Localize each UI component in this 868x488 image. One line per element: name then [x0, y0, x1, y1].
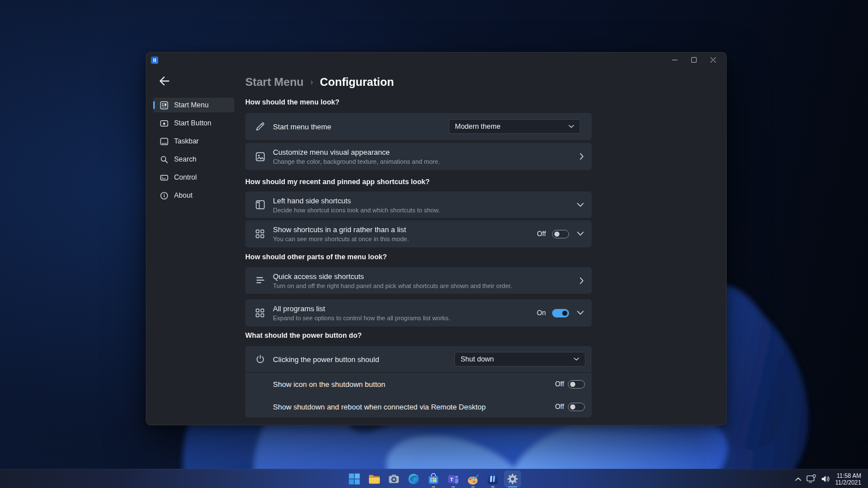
- control-icon: [159, 173, 168, 182]
- active-window-indicator: [508, 486, 517, 488]
- setting-row-power-button[interactable]: Clicking the power button should Shut do…: [245, 346, 592, 372]
- breadcrumb: Start Menu › Configuration: [245, 73, 394, 90]
- power-action-dropdown[interactable]: Shut down: [454, 352, 585, 367]
- setting-row-all-programs-list[interactable]: All programs list Expand to see options …: [245, 299, 592, 326]
- setting-subtitle: Decide how shortcut icons look and which…: [273, 207, 440, 213]
- running-indicator: [452, 486, 455, 488]
- sidebar-item-label: About: [174, 191, 193, 199]
- minimize-button[interactable]: [665, 53, 684, 67]
- section-header: What should the power button do?: [245, 332, 592, 339]
- teams-icon[interactable]: T: [446, 469, 460, 488]
- image-icon: [255, 151, 265, 162]
- all-programs-toggle[interactable]: [552, 309, 569, 317]
- sidebar-item-search[interactable]: Search: [153, 152, 235, 167]
- clock-date: 11/2/2021: [835, 479, 861, 486]
- taskbar-icon: [159, 137, 168, 146]
- start11-configuration-window: Start Menu › Configuration Start Menu St…: [146, 52, 727, 425]
- chevron-down-icon[interactable]: [577, 232, 584, 236]
- network-icon[interactable]: [806, 474, 816, 483]
- clock-time: 11:58 AM: [835, 472, 861, 480]
- section-header: How should the menu look?: [245, 98, 592, 106]
- setting-row-customize-appearance[interactable]: Customize menu visual appearance Change …: [245, 143, 592, 170]
- sidebar-item-control[interactable]: Control: [153, 170, 235, 185]
- camera-icon[interactable]: [387, 469, 401, 488]
- section-header: How should other parts of the menu look?: [245, 253, 592, 261]
- file-explorer-icon[interactable]: [367, 469, 381, 488]
- taskbar: T 11:58 AM 11/2/2021: [0, 469, 868, 488]
- chevron-down-icon: [574, 358, 579, 361]
- toggle-state-label: Off: [537, 230, 546, 238]
- settings-gear-icon[interactable]: [506, 469, 519, 488]
- start11-icon[interactable]: [486, 469, 500, 488]
- search-icon: [159, 155, 168, 164]
- power-action-dropdown-value: Shut down: [461, 355, 494, 363]
- lines-icon: [255, 276, 265, 286]
- setting-row-grid-shortcuts[interactable]: Show shortcuts in a grid rather than a l…: [245, 220, 592, 247]
- setting-subtitle: You can see more shortcuts at once in th…: [273, 236, 409, 242]
- toggle-state-label: Off: [555, 403, 564, 411]
- start11-app-icon: [151, 56, 158, 64]
- about-icon: [159, 191, 168, 200]
- sidebar-item-label: Control: [174, 173, 197, 181]
- volume-icon[interactable]: [821, 475, 830, 483]
- window-titlebar[interactable]: [146, 53, 726, 67]
- grid-shortcuts-toggle[interactable]: [552, 230, 569, 238]
- setting-title: Show shortcuts in a grid rather than a l…: [273, 225, 409, 234]
- power-icon: [255, 354, 265, 364]
- chevron-right-icon[interactable]: [580, 277, 584, 284]
- running-indicator: [471, 486, 475, 488]
- setting-title: Show icon on the shutdown button: [273, 380, 385, 389]
- breadcrumb-parent[interactable]: Start Menu: [245, 76, 303, 89]
- theme-dropdown[interactable]: Modern theme: [449, 119, 580, 134]
- chevron-down-icon: [568, 125, 574, 128]
- running-indicator: [491, 486, 494, 488]
- chevron-right-icon[interactable]: [580, 153, 584, 160]
- paint-icon[interactable]: [466, 469, 480, 488]
- setting-row-left-hand-shortcuts[interactable]: Left hand side shortcuts Decide how shor…: [245, 191, 592, 218]
- taskbar-clock[interactable]: 11:58 AM 11/2/2021: [835, 472, 861, 486]
- setting-row-quick-access-shortcuts[interactable]: Quick access side shortcuts Turn on and …: [245, 267, 592, 294]
- start-menu-icon: [159, 101, 168, 110]
- setting-row-start-menu-theme[interactable]: Start menu theme Modern theme: [245, 113, 592, 140]
- remote-desktop-toggle[interactable]: [568, 403, 585, 411]
- sidebar-item-label: Search: [174, 155, 197, 163]
- page-title: Configuration: [320, 76, 394, 89]
- selection-indicator: [153, 101, 155, 109]
- setting-title: Clicking the power button should: [273, 355, 379, 364]
- setting-subtitle: Change the color, background texture, an…: [273, 158, 440, 165]
- pencil-icon: [255, 121, 265, 132]
- sidebar-item-about[interactable]: About: [153, 188, 235, 203]
- start-button-icon: [159, 119, 168, 128]
- sidebar-item-taskbar[interactable]: Taskbar: [153, 134, 235, 149]
- grid-icon: [255, 308, 265, 318]
- running-indicator: [432, 486, 435, 488]
- layout-left-icon: [255, 200, 265, 210]
- setting-title: Customize menu visual appearance: [273, 148, 440, 156]
- back-arrow-icon[interactable]: [158, 75, 171, 88]
- store-icon[interactable]: [427, 469, 440, 488]
- grid-icon: [255, 229, 265, 239]
- setting-title: All programs list: [273, 304, 450, 313]
- maximize-button[interactable]: [684, 53, 704, 67]
- sidebar-item-start-menu[interactable]: Start Menu: [153, 98, 235, 112]
- sidebar-item-label: Start Button: [174, 119, 211, 127]
- setting-title: Show shutdown and reboot when connected …: [273, 403, 486, 411]
- toggle-state-label: On: [537, 309, 546, 317]
- chevron-down-icon[interactable]: [577, 311, 584, 315]
- close-button[interactable]: [704, 53, 723, 67]
- svg-text:T: T: [450, 477, 453, 482]
- windows-start-icon[interactable]: [348, 469, 361, 488]
- toggle-state-label: Off: [555, 380, 564, 388]
- chevron-down-icon[interactable]: [577, 203, 584, 207]
- shutdown-icon-toggle[interactable]: [568, 380, 585, 389]
- edge-icon[interactable]: [407, 469, 420, 488]
- chevron-up-icon[interactable]: [795, 477, 801, 481]
- setting-row-remote-desktop[interactable]: Show shutdown and reboot when connected …: [245, 395, 592, 418]
- power-button-subsettings-panel: Show icon on the shutdown button Off Sho…: [245, 372, 592, 417]
- setting-subtitle: Expand to see options to control how the…: [273, 315, 450, 321]
- sidebar-item-label: Start Menu: [174, 101, 209, 109]
- setting-row-shutdown-icon[interactable]: Show icon on the shutdown button Off: [245, 373, 592, 395]
- setting-subtitle: Turn on and off the right hand panel and…: [273, 282, 512, 289]
- sidebar-item-start-button[interactable]: Start Button: [153, 116, 235, 130]
- setting-title: Left hand side shortcuts: [273, 197, 440, 205]
